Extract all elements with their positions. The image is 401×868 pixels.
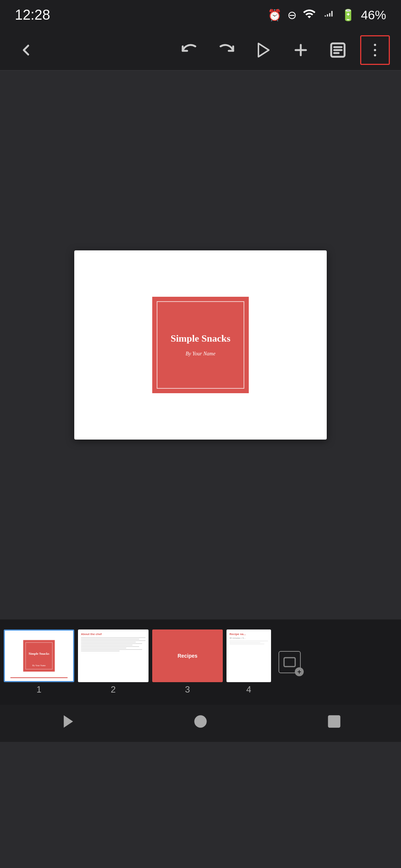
add-slide-icon: + <box>278 651 301 673</box>
toolbar <box>0 30 401 70</box>
thumb4-sub: 30 minutes • S... <box>229 637 268 639</box>
thumb2-line-10 <box>81 651 120 651</box>
svg-point-7 <box>374 44 376 46</box>
slide-cover-box: Simple Snacks By Your Name <box>152 297 249 393</box>
filmstrip-thumb-2[interactable]: About the chef <box>78 629 149 682</box>
back-button[interactable] <box>11 35 41 65</box>
filmstrip-thumb-3[interactable]: Recipes <box>152 629 223 682</box>
add-button[interactable] <box>286 35 316 65</box>
svg-point-12 <box>194 715 206 727</box>
filmstrip-item-1[interactable]: Simple Snacks By Your Name 1 <box>4 629 74 695</box>
filmstrip-num-2: 2 <box>111 684 115 695</box>
thumb2-title: About the chef <box>81 632 146 636</box>
more-options-button[interactable] <box>360 35 390 65</box>
battery-icon: 🔋 <box>341 9 355 22</box>
thumb2-line-8 <box>81 648 126 648</box>
slide-title: Simple Snacks <box>170 333 230 344</box>
svg-point-8 <box>374 49 376 51</box>
thumb2-line-3 <box>81 640 146 641</box>
status-icons: ⏰ ⊖ 🔋 46% <box>268 7 386 23</box>
battery-percent: 46% <box>361 8 386 22</box>
thumb4-line-3 <box>229 644 264 644</box>
thumb2-line-1 <box>81 637 146 638</box>
dnd-icon: ⊖ <box>287 9 297 22</box>
svg-rect-13 <box>328 715 340 727</box>
undo-button[interactable] <box>175 35 204 65</box>
add-slide-button[interactable]: + <box>275 636 304 688</box>
toolbar-left <box>11 35 41 65</box>
thumb2-line-9 <box>81 649 142 650</box>
filmstrip-num-3: 3 <box>185 684 190 695</box>
thumb2-line-5 <box>81 643 142 644</box>
thumb4-lines <box>229 641 268 644</box>
nav-bar <box>0 705 401 742</box>
svg-rect-10 <box>284 658 295 667</box>
thumb2-lines <box>81 637 146 651</box>
canvas-area: Simple Snacks By Your Name <box>0 70 401 619</box>
play-button[interactable] <box>249 35 278 65</box>
current-slide[interactable]: Simple Snacks By Your Name <box>74 250 327 440</box>
notes-button[interactable] <box>323 35 353 65</box>
nav-recent-button[interactable] <box>319 707 349 736</box>
add-slide-plus-icon: + <box>295 667 304 676</box>
filmstrip-item-3[interactable]: Recipes 3 <box>152 629 223 695</box>
alarm-icon: ⏰ <box>268 9 281 22</box>
thumb2-line-6 <box>81 645 133 645</box>
thumb2-line-7 <box>81 646 139 647</box>
redo-button[interactable] <box>212 35 241 65</box>
nav-back-button[interactable] <box>52 707 82 736</box>
thumb1-subtitle: By Your Name <box>23 664 55 667</box>
slide-cover-text: Simple Snacks By Your Name <box>152 297 249 393</box>
thumb1-line <box>10 677 68 678</box>
thumb4-line-2 <box>229 642 260 643</box>
thumb3-title: Recipes <box>177 653 198 659</box>
filmstrip-thumb-1[interactable]: Simple Snacks By Your Name <box>4 629 74 682</box>
filmstrip: Simple Snacks By Your Name 1 About the c… <box>0 619 401 705</box>
nav-home-button[interactable] <box>186 707 215 736</box>
thumb2-line-4 <box>81 642 136 642</box>
svg-marker-11 <box>64 715 73 727</box>
thumb1-cover-box: Simple Snacks By Your Name <box>23 640 55 672</box>
thumb4-title: Recipe na... <box>229 632 268 636</box>
thumb1-title: Simple Snacks <box>29 651 49 655</box>
wifi-icon <box>303 7 316 23</box>
filmstrip-thumb-4[interactable]: Recipe na... 30 minutes • S... <box>226 629 271 682</box>
status-time: 12:28 <box>15 7 50 23</box>
svg-point-9 <box>374 54 376 56</box>
signal-icon <box>322 7 335 23</box>
svg-marker-0 <box>258 43 269 57</box>
filmstrip-item-2[interactable]: About the chef 2 <box>78 629 149 695</box>
thumb2-line-2 <box>81 639 139 640</box>
toolbar-right <box>175 35 390 65</box>
slide-subtitle: By Your Name <box>186 351 215 357</box>
filmstrip-num-4: 4 <box>246 684 251 695</box>
filmstrip-num-1: 1 <box>36 684 41 695</box>
status-bar: 12:28 ⏰ ⊖ 🔋 46% <box>0 0 401 30</box>
thumb4-line-1 <box>229 641 268 641</box>
filmstrip-item-4[interactable]: Recipe na... 30 minutes • S... 4 <box>226 629 271 695</box>
